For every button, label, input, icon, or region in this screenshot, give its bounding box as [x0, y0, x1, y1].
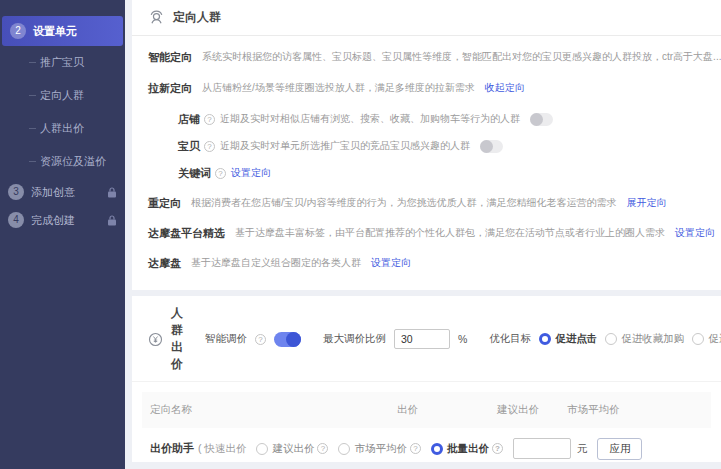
help-icon[interactable]: ?: [255, 334, 266, 345]
new-customer-desc: 从店铺粉丝/场景等维度圈选投放人群，满足多维度的拉新需求: [202, 81, 475, 95]
step-label: 完成创建: [31, 213, 75, 228]
goal-option-label: 促进成交: [708, 332, 721, 346]
helper-option-label: 市场平均价: [354, 442, 407, 456]
audience-bid-panel: 人群出价 智能调价 ? 最大调价比例 % 优化目标 促进点击 促进收藏加购 促进…: [132, 296, 721, 462]
main-content: 定向人群 智能定向 系统实时根据您的访客属性、宝贝标题、宝贝属性等维度，智能匹配…: [132, 0, 721, 469]
dmp-platform-label: 达摩盘平台精选: [148, 226, 225, 241]
bid-table: 定向名称 出价 建议出价 市场平均价 出价助手 ( 快速出价 建议出价 ? 市场…: [142, 392, 711, 469]
dmp-platform-desc: 基于达摩盘丰富标签，由平台配置推荐的个性化人群包，满足您在活动节点或者行业上的圈…: [235, 226, 665, 240]
percent-sign: %: [458, 333, 467, 345]
step-label: 添加创意: [31, 185, 75, 200]
shop-desc: 近期及实时对相似店铺有浏览、搜索、收藏、加购物车等行为的人群: [220, 112, 520, 126]
goal-option-label: 促进收藏加购: [621, 332, 684, 346]
smart-targeting-row: 智能定向 系统实时根据您的访客属性、宝贝标题、宝贝属性等维度，智能匹配出对您的宝…: [148, 49, 705, 65]
smart-pricing-label: 智能调价: [205, 332, 247, 346]
max-ratio-label: 最大调价比例: [323, 332, 386, 346]
max-ratio-input[interactable]: [394, 329, 450, 349]
shop-targeting-row: 店铺 ? 近期及实时对相似店铺有浏览、搜索、收藏、加购物车等行为的人群: [148, 111, 705, 127]
lock-icon: [107, 187, 117, 198]
set-keyword-targeting-link[interactable]: 设置定向: [231, 166, 271, 180]
help-icon[interactable]: ?: [204, 114, 215, 125]
goal-option-click[interactable]: 促进点击: [539, 332, 597, 346]
step-label: 设置单元: [33, 24, 77, 39]
goal-option-label: 促进点击: [555, 332, 597, 346]
shop-label: 店铺: [178, 112, 200, 127]
panel-header: 定向人群: [132, 0, 721, 36]
expand-retargeting-link[interactable]: 展开定向: [627, 196, 667, 210]
item-targeting-row: 宝贝 ? 近期及实时对单元所选推广宝贝的竞品宝贝感兴趣的人群: [148, 138, 705, 154]
bid-helper-label: 出价助手: [150, 441, 194, 456]
helper-option-batch-bid[interactable]: 批量出价 ?: [431, 442, 503, 456]
batch-bid-input[interactable]: [513, 438, 571, 459]
yuan-unit-label: 元: [577, 442, 588, 456]
keyword-label: 关键词: [178, 166, 211, 181]
sidebar-item-placement-premium[interactable]: 资源位及溢价: [0, 145, 125, 178]
collapse-targeting-link[interactable]: 收起定向: [485, 81, 525, 95]
set-dmp-link[interactable]: 设置定向: [371, 256, 411, 270]
step-number: 3: [8, 184, 24, 200]
retargeting-desc: 根据消费者在您店铺/宝贝/内容等维度的行为，为您挑选优质人群，满足您精细化老客运…: [191, 196, 617, 210]
bid-helper-prefix: ( 快速出价: [198, 442, 246, 456]
bid-icon: [148, 332, 163, 347]
step-number: 2: [10, 23, 26, 39]
radio-checked-icon: [539, 333, 551, 345]
retargeting-label: 重定向: [148, 196, 181, 211]
smart-targeting-desc: 系统实时根据您的访客属性、宝贝标题、宝贝属性等维度，智能匹配出对您的宝贝更感兴趣…: [202, 50, 721, 64]
dmp-platform-row: 达摩盘平台精选 基于达摩盘丰富标签，由平台配置推荐的个性化人群包，满足您在活动节…: [148, 225, 705, 241]
sidebar-step-unit[interactable]: 2 设置单元: [2, 16, 123, 46]
sidebar-item-audience-targeting[interactable]: 定向人群: [0, 79, 125, 112]
helper-option-label: 批量出价: [447, 442, 489, 456]
sidebar-step-complete[interactable]: 4 完成创建: [0, 206, 125, 234]
help-icon[interactable]: ?: [410, 443, 421, 454]
audience-icon: [148, 9, 165, 26]
audience-targeting-panel: 定向人群 智能定向 系统实时根据您的访客属性、宝贝标题、宝贝属性等维度，智能匹配…: [132, 0, 721, 290]
panel-title: 人群出价: [171, 305, 183, 373]
help-icon[interactable]: ?: [492, 443, 503, 454]
goal-option-favorite-cart[interactable]: 促进收藏加购: [605, 332, 684, 346]
step-sub-list: 推广宝贝 定向人群 人群出价 资源位及溢价: [0, 46, 125, 178]
optimize-goal-label: 优化目标: [489, 332, 531, 346]
item-targeting-toggle[interactable]: [480, 140, 503, 153]
keyword-targeting-row: 关键词 ? 设置定向: [148, 165, 705, 181]
step-number: 4: [8, 212, 24, 228]
radio-icon: [692, 333, 704, 345]
radio-icon: [338, 443, 350, 455]
panel-title: 定向人群: [173, 9, 221, 26]
step-sidebar: 1 设置计划 2 设置单元 推广宝贝 定向人群 人群出价 资源位及溢价 3 添加…: [0, 0, 125, 469]
set-dmp-platform-link[interactable]: 设置定向: [675, 226, 715, 240]
item-desc: 近期及实时对单元所选推广宝贝的竞品宝贝感兴趣的人群: [220, 139, 470, 153]
panel-body: 智能定向 系统实时根据您的访客属性、宝贝标题、宝贝属性等维度，智能匹配出对您的宝…: [132, 36, 721, 271]
smart-targeting-label: 智能定向: [148, 50, 192, 65]
helper-option-suggest-bid[interactable]: 建议出价 ?: [256, 442, 328, 456]
sidebar-item-promote-item[interactable]: 推广宝贝: [0, 46, 125, 79]
sidebar-step-creative[interactable]: 3 添加创意: [0, 178, 125, 206]
radio-checked-icon: [431, 443, 443, 455]
col-header-suggest: 建议出价: [497, 403, 539, 417]
smart-pricing-toggle[interactable]: [274, 332, 301, 347]
retargeting-row: 重定向 根据消费者在您店铺/宝贝/内容等维度的行为，为您挑选优质人群，满足您精细…: [148, 195, 705, 211]
bid-helper-row: 出价助手 ( 快速出价 建议出价 ? 市场平均价 ? 批量出价 ?: [142, 428, 711, 469]
radio-icon: [605, 333, 617, 345]
helper-option-label: 建议出价: [272, 442, 314, 456]
help-icon[interactable]: ?: [215, 168, 226, 179]
new-customer-targeting-row: 拉新定向 从店铺粉丝/场景等维度圈选投放人群，满足多维度的拉新需求 收起定向: [148, 80, 705, 96]
lock-icon: [107, 215, 117, 226]
new-customer-label: 拉新定向: [148, 81, 192, 96]
shop-targeting-toggle[interactable]: [530, 113, 553, 126]
radio-icon: [256, 443, 268, 455]
sidebar-item-audience-bid[interactable]: 人群出价: [0, 112, 125, 145]
sidebar-step-plan[interactable]: 1 设置计划: [0, 0, 125, 6]
col-header-name: 定向名称: [150, 403, 192, 417]
bid-table-header: 定向名称 出价 建议出价 市场平均价: [142, 392, 711, 428]
col-header-market: 市场平均价: [567, 403, 620, 417]
dmp-row: 达摩盘 基于达摩盘自定义组合圈定的各类人群 设置定向: [148, 255, 705, 271]
bid-panel-header: 人群出价 智能调价 ? 最大调价比例 % 优化目标 促进点击 促进收藏加购 促进…: [132, 296, 721, 382]
goal-option-conversion[interactable]: 促进成交: [692, 332, 721, 346]
help-icon[interactable]: ?: [204, 141, 215, 152]
help-icon[interactable]: ?: [317, 443, 328, 454]
dmp-label: 达摩盘: [148, 256, 181, 271]
helper-option-market-avg[interactable]: 市场平均价 ?: [338, 442, 421, 456]
item-label: 宝贝: [178, 139, 200, 154]
col-header-bid: 出价: [397, 403, 418, 417]
apply-button[interactable]: 应用: [597, 438, 642, 460]
